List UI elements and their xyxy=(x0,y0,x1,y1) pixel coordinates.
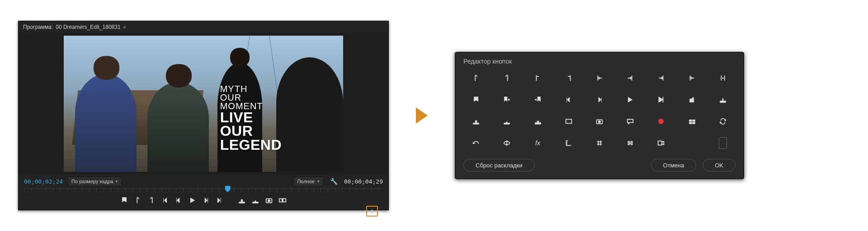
program-monitor-panel: Программа: 00 Dreamers_Edit_180831 ≡ MYT… xyxy=(18,21,389,210)
extract-button[interactable] xyxy=(250,195,261,205)
zoom-dropdown[interactable]: По размеру кадра ▾ xyxy=(67,176,122,186)
resolution-dropdown-label: Полное xyxy=(297,179,315,184)
timeline-ruler[interactable] xyxy=(24,188,383,193)
reset-layout-button[interactable]: Сброс раскладки xyxy=(463,159,535,171)
step-back-button[interactable] xyxy=(173,195,184,205)
transport-bar xyxy=(24,194,383,206)
open-button-editor-button[interactable]: + xyxy=(367,206,377,216)
program-monitor-header: Программа: 00 Dreamers_Edit_180831 ≡ xyxy=(19,21,388,33)
mark-in-icon[interactable] xyxy=(463,70,489,86)
cancel-button[interactable]: Отмена xyxy=(651,159,697,171)
ruler-icon[interactable] xyxy=(556,135,581,151)
timecode-duration: 00;00;04;29 xyxy=(344,178,383,185)
program-viewport: MYTH OUR MOMENT LIVE OUR LEGEND xyxy=(19,33,388,175)
svg-point-1 xyxy=(268,199,270,202)
play-button[interactable] xyxy=(187,195,198,205)
overlay-line-2: OUR xyxy=(220,93,282,102)
undo-icon[interactable] xyxy=(463,135,489,151)
export-frame-button[interactable] xyxy=(264,195,274,205)
next-edit-b-icon[interactable] xyxy=(648,70,674,86)
extract-icon[interactable] xyxy=(494,114,519,129)
multicamera-icon[interactable] xyxy=(648,135,674,151)
proxy-icon[interactable] xyxy=(679,114,705,129)
svg-rect-4 xyxy=(566,120,571,124)
svg-rect-8 xyxy=(693,120,695,121)
play-icon[interactable] xyxy=(587,92,612,107)
svg-rect-10 xyxy=(693,122,695,124)
export-icon[interactable] xyxy=(679,92,705,107)
program-controls: 00;00;02;24 По размеру кадра ▾ Полное ▾ … xyxy=(19,175,388,210)
overwrite-icon[interactable] xyxy=(525,114,550,129)
empty-cell xyxy=(679,135,705,151)
loop-icon[interactable] xyxy=(710,114,736,129)
go-next-edit-icon[interactable] xyxy=(618,70,643,86)
go-to-in-icon[interactable] xyxy=(525,70,550,86)
safe-margins-icon[interactable] xyxy=(556,114,581,129)
vr-icon[interactable] xyxy=(494,135,519,151)
arrow-right-icon xyxy=(416,107,428,124)
timecode-current[interactable]: 00;00;02;24 xyxy=(24,178,63,185)
sequence-name: 00 Dreamers_Edit_180831 xyxy=(56,24,120,30)
go-to-in-button[interactable] xyxy=(160,195,170,205)
add-marker-icon[interactable] xyxy=(463,92,489,107)
step-back-icon[interactable] xyxy=(556,92,581,107)
playhead-icon[interactable] xyxy=(225,186,231,192)
svg-rect-9 xyxy=(689,122,691,124)
svg-point-6 xyxy=(598,120,600,123)
overlay-line-1: MYTH xyxy=(220,85,282,93)
marker-out-icon[interactable] xyxy=(525,92,550,107)
snapshot-icon[interactable] xyxy=(587,114,612,129)
button-editor-footer: Сброс раскладки Отмена OK xyxy=(463,159,736,171)
spacer-slot[interactable] xyxy=(710,135,736,151)
go-to-out-icon[interactable] xyxy=(556,70,581,86)
fx-icon[interactable]: fx xyxy=(525,135,550,151)
zoom-dropdown-label: По размеру кадра xyxy=(71,179,113,184)
mark-out-icon[interactable] xyxy=(494,70,519,86)
overlay-line-6: LEGEND xyxy=(220,138,282,152)
insert-icon[interactable] xyxy=(710,92,736,107)
overlay-line-4: LIVE xyxy=(220,111,282,124)
lift-button[interactable] xyxy=(236,195,247,205)
mark-out-button[interactable] xyxy=(146,195,157,205)
comparison-view-button[interactable] xyxy=(277,195,288,205)
resolution-dropdown[interactable]: Полное ▾ xyxy=(293,176,324,186)
plus-icon: + xyxy=(370,207,374,215)
play-in-to-out-icon[interactable] xyxy=(648,92,674,107)
chevron-down-icon: ▾ xyxy=(317,179,320,184)
mark-in-button[interactable] xyxy=(132,195,143,205)
svg-rect-7 xyxy=(689,120,691,121)
settings-wrench-icon[interactable]: 🔧 xyxy=(328,178,340,185)
svg-rect-12 xyxy=(658,141,662,145)
prev-marker-icon[interactable] xyxy=(679,70,705,86)
lift-icon[interactable] xyxy=(463,114,489,129)
grid-icon[interactable] xyxy=(587,135,612,151)
chevron-down-icon: ▾ xyxy=(116,179,118,184)
button-editor-title: Редактор кнопок xyxy=(463,58,736,65)
ripple-icon[interactable] xyxy=(618,135,643,151)
add-marker-button[interactable] xyxy=(119,195,130,205)
comment-icon[interactable] xyxy=(618,114,643,129)
go-prev-edit-icon[interactable] xyxy=(587,70,612,86)
svg-rect-2 xyxy=(279,199,282,202)
ok-button[interactable]: OK xyxy=(703,159,736,171)
title-overlay: MYTH OUR MOMENT LIVE OUR LEGEND xyxy=(220,85,282,152)
video-frame[interactable]: MYTH OUR MOMENT LIVE OUR LEGEND xyxy=(64,36,343,172)
panel-menu-icon[interactable]: ≡ xyxy=(123,25,126,30)
program-label: Программа: xyxy=(23,24,53,30)
button-editor-panel: Редактор кнопок fx xyxy=(455,52,744,179)
record-icon[interactable] xyxy=(648,114,674,129)
overlay-line-5: OUR xyxy=(220,124,282,138)
svg-rect-3 xyxy=(283,199,286,202)
play-forward-icon[interactable] xyxy=(618,92,643,107)
marker-in-icon[interactable] xyxy=(494,92,519,107)
go-to-out-button[interactable] xyxy=(214,195,225,205)
next-marker-icon[interactable] xyxy=(710,70,736,86)
step-forward-button[interactable] xyxy=(200,195,211,205)
button-editor-grid: fx xyxy=(463,70,736,151)
